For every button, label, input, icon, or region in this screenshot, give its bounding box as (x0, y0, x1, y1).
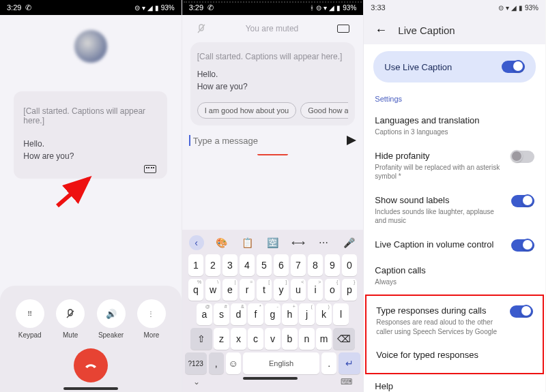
key-x[interactable]: x (231, 328, 246, 350)
key-l[interactable]: l (333, 303, 349, 325)
key-period[interactable]: . (321, 352, 336, 374)
suggestion-chip[interactable]: Good how a (300, 102, 348, 119)
hide-profanity-row[interactable]: Hide profanityProfanity will be replaced… (373, 144, 536, 188)
volume-control-toggle[interactable] (511, 239, 534, 252)
mute-label: Mute (63, 331, 78, 339)
call-actions-tray: ⠿ Keypad Mute 🔊 Speaker ⋮ More (0, 286, 182, 392)
type-response-screen: 3:29✆ ᚼ⊝▾◢▮93% You are muted [Call start… (182, 0, 364, 392)
key-r[interactable]: r= (240, 279, 255, 301)
key-backspace[interactable]: ⌫ (333, 328, 355, 350)
phone-icon: ✆ (25, 3, 31, 12)
caption-text: Hello. How are you? (197, 68, 349, 93)
key-f[interactable]: f* (248, 303, 263, 325)
mute-button[interactable]: Mute (56, 299, 85, 339)
key-4[interactable]: 4 (240, 254, 255, 276)
keyboard-icon[interactable] (144, 165, 156, 173)
mute-icon (65, 308, 76, 319)
key-1[interactable]: 1 (188, 254, 204, 276)
battery-icon: ▮ (155, 4, 159, 12)
caption-calls-row[interactable]: Caption callsAlways (373, 258, 536, 294)
key-6[interactable]: 6 (274, 254, 289, 276)
kbd-collapse-icon[interactable]: ⌄ (193, 377, 200, 387)
key-a[interactable]: a@ (197, 303, 212, 325)
hide-profanity-toggle[interactable] (511, 151, 534, 163)
key-emoji[interactable]: ☺ (226, 352, 241, 374)
key-j[interactable]: j( (299, 303, 315, 325)
dnd-icon: ⊝ (134, 4, 140, 12)
key-m[interactable]: m (316, 328, 332, 350)
key-d[interactable]: d& (231, 303, 246, 325)
key-space[interactable]: English (243, 352, 320, 374)
more-button[interactable]: ⋮ More (137, 299, 166, 339)
key-k[interactable]: k) (316, 303, 332, 325)
message-input[interactable] (193, 136, 347, 146)
key-5[interactable]: 5 (257, 254, 272, 276)
key-u[interactable]: u< (291, 279, 306, 301)
volume-control-row[interactable]: Live Caption in volume control (373, 232, 536, 258)
type-responses-row[interactable]: Type responses during callsResponses are… (375, 299, 534, 343)
call-screen: 3:29 ✆ ⊝ ▾ ◢ ▮ 93% [Call started. Captio… (0, 0, 182, 392)
caption-placeholder: [Call started. Captions will appear here… (23, 106, 158, 125)
voice-typed-row[interactable]: Voice for typed responses (375, 343, 534, 369)
hangup-peek (257, 151, 289, 155)
settings-section-label: Settings (375, 95, 534, 103)
languages-row[interactable]: Languages and translationCaptions in 3 l… (373, 108, 536, 144)
status-bar: 3:33 ⊝▾◢▮93% (364, 0, 545, 15)
key-enter[interactable]: ↵ (339, 352, 360, 374)
key-g[interactable]: g- (265, 303, 281, 325)
key-z[interactable]: z (214, 328, 229, 350)
key-7[interactable]: 7 (291, 254, 306, 276)
status-battery: 93% (161, 4, 175, 12)
speaker-icon: 🔊 (106, 309, 117, 319)
key-t[interactable]: t[ (257, 279, 272, 301)
key-n[interactable]: n (299, 328, 315, 350)
use-live-caption-row[interactable]: Use Live Caption (373, 51, 536, 82)
key-shift[interactable]: ⇧ (190, 328, 212, 350)
key-e[interactable]: e| (222, 279, 238, 301)
key-0[interactable]: 0 (342, 254, 358, 276)
kbd-textselect-icon[interactable]: ⟷ (291, 235, 306, 250)
sound-labels-row[interactable]: Show sound labelsIncludes sounds like la… (373, 188, 536, 232)
key-i[interactable]: i> (308, 279, 324, 301)
type-responses-toggle[interactable] (510, 305, 533, 318)
key-comma[interactable]: , (209, 352, 224, 374)
key-9[interactable]: 9 (325, 254, 341, 276)
kbd-back-icon[interactable]: ‹ (189, 235, 204, 250)
keypad-button[interactable]: ⠿ Keypad (16, 299, 44, 339)
key-y[interactable]: y] (274, 279, 289, 301)
key-b[interactable]: b (282, 328, 298, 350)
help-row[interactable]: Help (373, 374, 536, 392)
keyboard-icon[interactable] (337, 25, 349, 33)
speaker-button[interactable]: 🔊 Speaker (97, 299, 126, 339)
key-v[interactable]: v (265, 328, 281, 350)
key-c[interactable]: c (248, 328, 263, 350)
key-p[interactable]: p} (342, 279, 358, 301)
kbd-translate-icon[interactable]: 🈳 (265, 235, 280, 250)
kbd-voice-icon[interactable]: 🎤 (341, 235, 356, 250)
key-2[interactable]: 2 (205, 254, 221, 276)
battery-icon: ▮ (336, 4, 341, 12)
key-h[interactable]: h+ (282, 303, 298, 325)
hangup-button[interactable] (74, 348, 108, 382)
kbd-clipboard-icon[interactable]: 📋 (240, 235, 255, 250)
kbd-palette-icon[interactable]: 🎨 (214, 235, 229, 250)
key-w[interactable]: w\ (205, 279, 221, 301)
key-8[interactable]: 8 (308, 254, 324, 276)
key-s[interactable]: s# (214, 303, 229, 325)
key-symbols[interactable]: ?123 (185, 352, 207, 374)
mic-muted-icon (196, 23, 207, 34)
kbd-handle-icon[interactable]: ⌨ (341, 377, 352, 387)
more-label: More (144, 331, 160, 339)
back-button[interactable]: ← (375, 23, 387, 37)
key-3[interactable]: 3 (222, 254, 238, 276)
use-live-caption-toggle[interactable] (502, 61, 525, 73)
gesture-bar[interactable] (63, 387, 118, 390)
caption-placeholder: [Call started. Captions will appear here… (197, 52, 349, 61)
key-o[interactable]: o{ (325, 279, 341, 301)
on-screen-keyboard: ‹ 🎨 📋 🈳 ⟷ ⋯ 🎤 1234567890 q%w\e|r=t[y]u<i… (182, 230, 364, 392)
suggestion-chip[interactable]: I am good how about you (197, 102, 297, 119)
key-q[interactable]: q% (188, 279, 204, 301)
send-button[interactable] (347, 136, 356, 145)
kbd-more-icon[interactable]: ⋯ (316, 235, 331, 250)
sound-labels-toggle[interactable] (511, 195, 534, 207)
